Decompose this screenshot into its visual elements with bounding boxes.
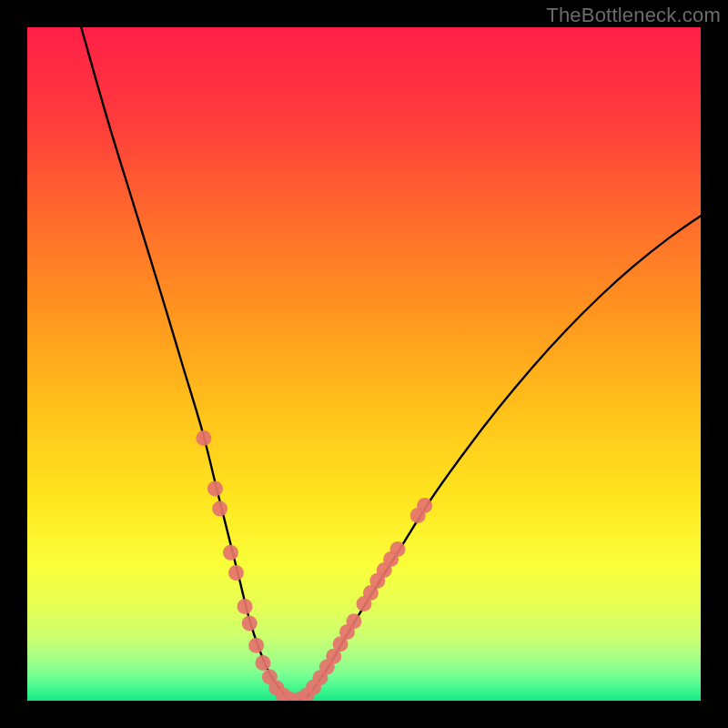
data-marker <box>390 541 406 557</box>
data-marker <box>346 613 361 629</box>
chart-frame <box>27 27 701 701</box>
data-marker <box>228 565 244 581</box>
data-marker <box>238 599 253 614</box>
data-marker <box>212 501 228 517</box>
data-marker <box>417 498 432 513</box>
chart-svg <box>27 27 701 701</box>
data-marker <box>248 638 264 653</box>
data-marker <box>207 480 223 496</box>
data-marker <box>256 655 271 671</box>
data-marker <box>223 545 238 561</box>
data-marker <box>242 615 258 631</box>
watermark-text: TheBottleneck.com <box>546 4 721 27</box>
data-marker <box>196 430 211 446</box>
